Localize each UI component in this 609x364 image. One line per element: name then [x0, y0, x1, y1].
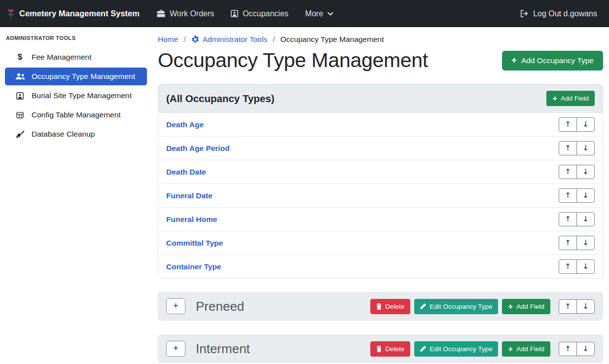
sidebar-heading: ADMINISTRATOR TOOLS — [0, 31, 152, 47]
gear-icon — [191, 36, 199, 43]
field-link[interactable]: Death Date — [166, 168, 206, 177]
dollar-icon: $ — [15, 53, 25, 62]
edit-occupancy-type-label: Edit Occupancy Type — [430, 303, 492, 310]
reorder-button-group: ↑ ↓ — [559, 236, 595, 250]
move-up-button[interactable]: ↑ — [559, 236, 577, 250]
app-title: Cemetery Management System — [19, 9, 140, 18]
arrow-up-icon: ↑ — [565, 263, 571, 270]
nav-more-label: More — [305, 9, 323, 18]
add-occupancy-type-button[interactable]: + Add Occupancy Type — [502, 51, 603, 71]
expand-button[interactable]: + — [166, 341, 185, 357]
arrow-down-icon: ↓ — [582, 216, 589, 223]
add-field-button[interactable]: + Add Field — [502, 299, 550, 314]
arrow-down-icon: ↓ — [582, 145, 589, 152]
occupancy-type-section-preneed: + Preneed Delete Edit Occupancy Type — [158, 292, 603, 321]
arrow-down-icon: ↓ — [582, 345, 589, 353]
reorder-button-group: ↑ ↓ — [559, 212, 595, 226]
field-link[interactable]: Death Age Period — [166, 144, 230, 153]
expand-button[interactable]: + — [166, 298, 185, 314]
broom-icon — [15, 130, 25, 138]
move-up-button[interactable]: ↑ — [559, 141, 577, 155]
edit-occupancy-type-button[interactable]: Edit Occupancy Type — [414, 341, 498, 357]
delete-button[interactable]: Delete — [370, 341, 410, 357]
arrow-down-icon: ↓ — [582, 303, 589, 310]
arrow-down-icon: ↓ — [582, 239, 589, 247]
table-icon — [15, 111, 25, 119]
breadcrumb-admin-tools-label: Administrator Tools — [203, 35, 268, 44]
app-brand[interactable]: Cemetery Management System — [7, 8, 140, 19]
move-up-button[interactable]: ↑ — [559, 342, 577, 356]
reorder-button-group: ↑ ↓ — [559, 165, 595, 179]
field-link[interactable]: Committal Type — [166, 239, 223, 248]
breadcrumb-admin-tools[interactable]: Administrator Tools — [191, 35, 268, 44]
reorder-button-group: ↑ ↓ — [559, 342, 595, 356]
users-icon — [15, 73, 25, 80]
arrow-down-icon: ↓ — [582, 263, 589, 270]
occupancies-icon — [231, 10, 238, 17]
move-up-button[interactable]: ↑ — [559, 259, 577, 274]
field-row: Death Age Period ↑ ↓ — [158, 137, 603, 160]
logout-button[interactable]: Log Out d.gowans — [520, 9, 597, 18]
trash-icon — [376, 303, 382, 310]
sidebar-item-database-cleanup[interactable]: Database Cleanup — [5, 125, 147, 143]
edit-occupancy-type-button[interactable]: Edit Occupancy Type — [414, 299, 498, 314]
arrow-up-icon: ↑ — [565, 216, 571, 223]
breadcrumb-current: Occupancy Type Management — [281, 35, 384, 44]
field-link[interactable]: Death Age — [166, 120, 204, 129]
field-link[interactable]: Funeral Date — [166, 191, 213, 200]
move-up-button[interactable]: ↑ — [559, 299, 577, 314]
plus-icon: + — [508, 303, 512, 310]
move-up-button[interactable]: ↑ — [559, 165, 577, 179]
move-down-button[interactable]: ↓ — [576, 141, 595, 155]
add-field-button[interactable]: + Add Field — [546, 91, 595, 106]
move-up-button[interactable]: ↑ — [559, 117, 577, 132]
move-down-button[interactable]: ↓ — [576, 165, 595, 179]
edit-occupancy-type-label: Edit Occupancy Type — [430, 345, 492, 353]
move-up-button[interactable]: ↑ — [559, 188, 577, 203]
arrow-down-icon: ↓ — [582, 121, 589, 128]
main-nav: Work Orders Occupancies More — [148, 5, 342, 22]
top-navbar: Cemetery Management System Work Orders O… — [0, 0, 609, 27]
move-down-button[interactable]: ↓ — [576, 212, 595, 226]
admin-sidebar: ADMINISTRATOR TOOLS $ Fee Management Occ… — [0, 27, 152, 364]
sidebar-item-burial-site-type-management[interactable]: Burial Site Type Management — [5, 87, 147, 105]
breadcrumb-separator: / — [183, 35, 185, 44]
sidebar-item-occupancy-type-management[interactable]: Occupancy Type Management — [5, 68, 147, 85]
delete-button[interactable]: Delete — [370, 299, 410, 314]
work-orders-icon — [157, 10, 165, 17]
plus-icon: + — [508, 345, 512, 353]
field-link[interactable]: Container Type — [166, 262, 221, 271]
logout-icon — [520, 10, 529, 17]
field-link[interactable]: Funeral Home — [166, 215, 217, 224]
breadcrumb-home[interactable]: Home — [158, 35, 178, 44]
nav-more[interactable]: More — [297, 5, 342, 22]
type-actions: Delete Edit Occupancy Type + Add Field ↑… — [370, 341, 595, 357]
move-down-button[interactable]: ↓ — [576, 117, 595, 132]
add-field-button[interactable]: + Add Field — [502, 341, 550, 357]
sidebar-item-label: Burial Site Type Management — [32, 91, 132, 100]
move-down-button[interactable]: ↓ — [576, 299, 595, 314]
all-occupancy-types-card: (All Occupancy Types) + Add Field Death … — [158, 84, 603, 279]
move-down-button[interactable]: ↓ — [576, 236, 595, 250]
reorder-button-group: ↑ ↓ — [559, 188, 595, 203]
arrow-up-icon: ↑ — [565, 345, 571, 353]
arrow-up-icon: ↑ — [565, 145, 571, 152]
nav-occupancies[interactable]: Occupancies — [222, 5, 297, 22]
move-down-button[interactable]: ↓ — [576, 259, 595, 274]
sidebar-item-fee-management[interactable]: $ Fee Management — [5, 48, 147, 66]
nav-occupancies-label: Occupancies — [243, 9, 288, 18]
main-content: Home / Administrator Tools / Occupancy T… — [152, 27, 609, 364]
move-up-button[interactable]: ↑ — [559, 212, 577, 226]
field-row: Death Date ↑ ↓ — [158, 160, 603, 184]
move-down-button[interactable]: ↓ — [576, 342, 595, 356]
arrow-up-icon: ↑ — [565, 192, 571, 199]
nav-work-orders[interactable]: Work Orders — [148, 5, 222, 22]
card-title: (All Occupancy Types) — [166, 93, 274, 105]
nav-work-orders-label: Work Orders — [170, 9, 214, 18]
plus-icon: + — [173, 301, 179, 311]
logout-label: Log Out d.gowans — [533, 9, 597, 18]
move-down-button[interactable]: ↓ — [576, 188, 595, 203]
sidebar-item-label: Config Table Management — [32, 110, 121, 119]
title-row: Occupancy Type Management + Add Occupanc… — [158, 49, 603, 72]
sidebar-item-config-table-management[interactable]: Config Table Management — [5, 106, 147, 124]
